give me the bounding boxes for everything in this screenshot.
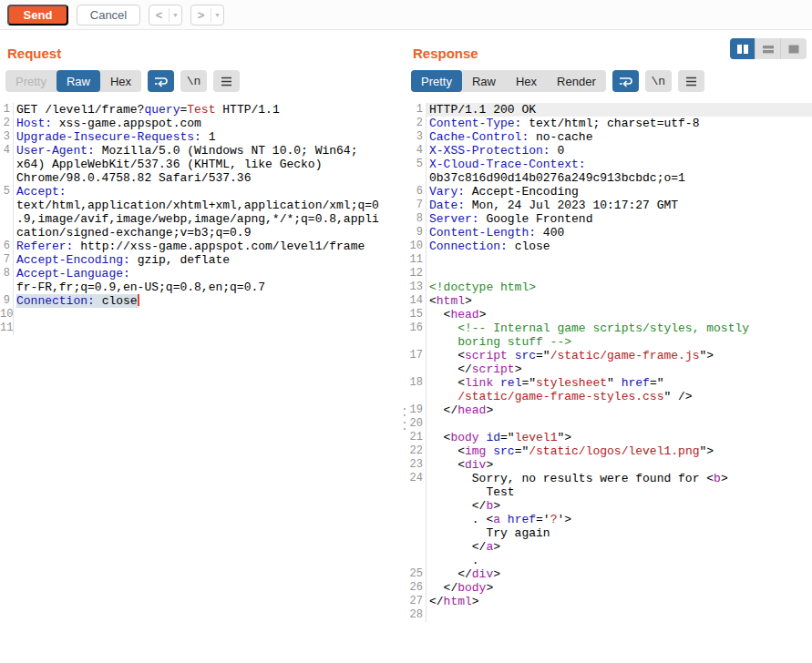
code-text[interactable]: Sorry, no results were found for <b> <box>427 472 812 485</box>
code-text[interactable]: User-Agent: Mozilla/5.0 (Windows NT 10.0… <box>14 144 406 158</box>
code-text[interactable]: <!-- Internal game scripts/styles, mostl… <box>427 321 812 335</box>
code-line[interactable]: 19 </head> <box>406 403 812 417</box>
code-line[interactable]: 5X-Cloud-Trace-Context: <box>406 158 812 171</box>
code-text[interactable]: X-Cloud-Trace-Context: <box>427 158 812 171</box>
response-tab-raw[interactable]: Raw <box>462 70 506 92</box>
code-line[interactable]: 25 </div> <box>406 567 812 581</box>
code-text[interactable]: Connection: close <box>427 240 812 253</box>
code-line[interactable]: 13<!doctype html> <box>406 280 812 294</box>
code-line[interactable]: text/html,application/xhtml+xml,applicat… <box>0 199 406 212</box>
code-line[interactable]: 28 <box>406 608 812 622</box>
code-text[interactable]: . <a href='?'> <box>427 513 812 526</box>
code-line[interactable]: /static/game-frame-styles.css" /> <box>406 390 812 403</box>
code-line[interactable]: . <a href='?'> <box>406 513 812 526</box>
code-line[interactable]: 16 <!-- Internal game scripts/styles, mo… <box>406 321 812 335</box>
layout-single-button[interactable] <box>781 38 807 59</box>
code-text[interactable]: Content-Type: text/html; charset=utf-8 <box>427 117 812 130</box>
code-text[interactable]: Test <box>427 485 812 499</box>
code-text[interactable] <box>14 321 406 335</box>
code-line[interactable]: 17 <script src="/static/game-frame.js"> <box>406 349 812 362</box>
code-line[interactable]: fr-FR,fr;q=0.9,en-US;q=0.8,en;q=0.7 <box>0 280 406 294</box>
code-line[interactable]: 2Host: xss-game.appspot.com <box>0 117 406 130</box>
code-line[interactable]: 9Content-Length: 400 <box>406 226 812 240</box>
code-text[interactable]: </b> <box>427 499 812 513</box>
code-text[interactable]: Accept-Encoding: gzip, deflate <box>14 253 406 267</box>
code-line[interactable]: 5Accept: <box>0 185 406 199</box>
code-text[interactable]: .9,image/avif,image/webp,image/apng,*/*;… <box>14 212 406 226</box>
back-arrow-icon[interactable]: < <box>149 5 169 25</box>
code-line[interactable]: 10Connection: close <box>406 240 812 253</box>
code-line[interactable]: 24 Sorry, no results were found for <b> <box>406 472 812 485</box>
code-line[interactable]: 11 <box>0 321 406 335</box>
code-line[interactable]: 4X-XSS-Protection: 0 <box>406 144 812 158</box>
forward-dropdown-icon[interactable]: ▼ <box>211 5 223 25</box>
code-text[interactable]: <head> <box>427 308 812 321</box>
request-tab-hex[interactable]: Hex <box>100 70 141 92</box>
code-text[interactable]: <html> <box>427 294 812 308</box>
code-line[interactable]: Try again <box>406 526 812 540</box>
code-text[interactable]: HTTP/1.1 200 OK <box>427 103 812 117</box>
code-text[interactable]: </head> <box>427 403 812 417</box>
code-text[interactable]: </body> <box>427 581 812 595</box>
code-text[interactable]: Accept-Language: <box>14 267 406 280</box>
code-line[interactable]: 8Accept-Language: <box>0 267 406 280</box>
code-line[interactable]: 27</html> <box>406 595 812 608</box>
code-line[interactable]: 0b37c816d90d14b0276a249c913bcbdc;o=1 <box>406 171 812 185</box>
code-text[interactable]: Date: Mon, 24 Jul 2023 10:17:27 GMT <box>427 199 812 212</box>
show-newlines-toggle[interactable]: \n <box>180 70 207 92</box>
layout-columns-button[interactable] <box>730 38 755 59</box>
word-wrap-toggle[interactable] <box>612 70 639 92</box>
response-editor[interactable]: 1HTTP/1.1 200 OK2Content-Type: text/html… <box>406 103 812 663</box>
code-text[interactable] <box>427 253 812 267</box>
code-line[interactable]: 26 </body> <box>406 581 812 595</box>
code-line[interactable]: 10 <box>0 308 406 321</box>
word-wrap-toggle[interactable] <box>148 70 174 92</box>
code-line[interactable]: </a> <box>406 540 812 554</box>
code-text[interactable]: Accept: <box>14 185 406 199</box>
back-dropdown-icon[interactable]: ▼ <box>170 5 181 25</box>
code-text[interactable]: Cache-Control: no-cache <box>427 130 812 144</box>
code-text[interactable]: Server: Google Frontend <box>427 212 812 226</box>
code-line[interactable]: 8Server: Google Frontend <box>406 212 812 226</box>
code-text[interactable] <box>427 608 812 622</box>
code-text[interactable]: Chrome/98.0.4758.82 Safari/537.36 <box>14 171 406 185</box>
code-line[interactable]: 3Cache-Control: no-cache <box>406 130 812 144</box>
code-text[interactable]: . <box>427 554 812 567</box>
code-text[interactable]: <img src="/static/logos/level1.png"> <box>427 444 812 458</box>
code-text[interactable]: fr-FR,fr;q=0.9,en-US;q=0.8,en;q=0.7 <box>14 280 406 294</box>
code-text[interactable]: <script src="/static/game-frame.js"> <box>427 349 812 362</box>
code-line[interactable]: 11 <box>406 253 812 267</box>
code-text[interactable]: GET /level1/frame?query=Test HTTP/1.1 <box>14 103 406 117</box>
editor-menu-button[interactable] <box>678 70 704 92</box>
code-line[interactable]: 23 <div> <box>406 458 812 472</box>
code-line[interactable]: 6Vary: Accept-Encoding <box>406 185 812 199</box>
layout-rows-button[interactable] <box>755 38 781 59</box>
code-line[interactable]: 15 <head> <box>406 308 812 321</box>
code-text[interactable]: </script> <box>427 362 812 376</box>
code-line[interactable]: 6Referer: http://xss-game.appspot.com/le… <box>0 240 406 253</box>
code-text[interactable]: <!doctype html> <box>427 280 812 294</box>
code-line[interactable]: Chrome/98.0.4758.82 Safari/537.36 <box>0 171 406 185</box>
code-text[interactable] <box>427 267 812 280</box>
code-line[interactable]: .9,image/avif,image/webp,image/apng,*/*;… <box>0 212 406 226</box>
code-text[interactable]: Referer: http://xss-game.appspot.com/lev… <box>14 240 406 253</box>
code-line[interactable]: 1HTTP/1.1 200 OK <box>406 103 812 117</box>
code-line[interactable]: . <box>406 554 812 567</box>
history-forward-button[interactable]: > ▼ <box>190 5 224 26</box>
code-line[interactable]: </b> <box>406 499 812 513</box>
code-text[interactable]: X-XSS-Protection: 0 <box>427 144 812 158</box>
code-text[interactable]: </a> <box>427 540 812 554</box>
show-newlines-toggle[interactable]: \n <box>645 70 672 92</box>
code-line[interactable]: 21 <body id="level1"> <box>406 431 812 444</box>
code-text[interactable]: </div> <box>427 567 812 581</box>
code-text[interactable]: <link rel="stylesheet" href=" <box>427 376 812 390</box>
response-tab-pretty[interactable]: Pretty <box>411 70 462 92</box>
code-text[interactable]: </html> <box>427 595 812 608</box>
code-line[interactable]: Test <box>406 485 812 499</box>
code-text[interactable]: Host: xss-game.appspot.com <box>14 117 406 130</box>
editor-menu-button[interactable] <box>213 70 240 92</box>
code-line[interactable]: </script> <box>406 362 812 376</box>
code-line[interactable]: 18 <link rel="stylesheet" href=" <box>406 376 812 390</box>
code-text[interactable] <box>427 417 812 431</box>
code-text[interactable]: <body id="level1"> <box>427 431 812 444</box>
